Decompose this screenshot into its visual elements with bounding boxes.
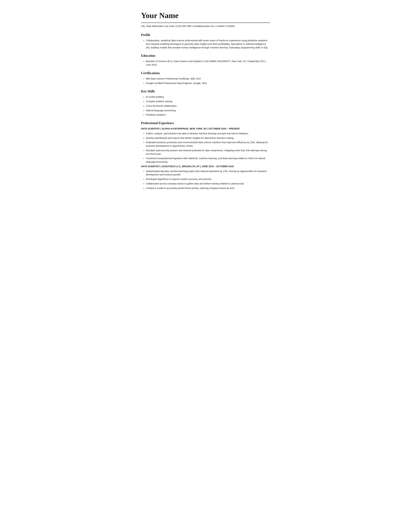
title-divider: [141, 23, 270, 23]
list-item: Google Certified Professional Data Engin…: [146, 82, 270, 85]
certifications-title: Certifications: [141, 71, 270, 76]
list-item: Spearheaded big data machine learning pr…: [146, 170, 270, 177]
list-item: Developed algorithms to improve system a…: [146, 178, 270, 181]
page-title: Your Name: [141, 10, 270, 21]
list-item: Elevated cybersecurity posture and reduc…: [146, 149, 270, 156]
key-skills-title: Key Skills: [141, 89, 270, 94]
job-2-list: Spearheaded big data machine learning pr…: [141, 170, 270, 190]
professional-experience-title: Professional Experience: [141, 121, 270, 125]
key-skills-section: Key Skills AI model building Complex pro…: [141, 89, 270, 117]
job-1-list: Collect, analyze, and interpret raw data…: [141, 132, 270, 164]
job-entry-1: DATA SCIENTIST | ALPHA AI ENTERPRISE, NE…: [141, 127, 270, 164]
list-item: Predictive analytics: [146, 113, 270, 117]
job-entry-2: DATA SCIENTIST | GOGOTECH LLC, BROOKLYN,…: [141, 165, 270, 190]
list-item: IBM Data Science Professional Certificat…: [146, 77, 270, 81]
list-item: Collaborative, analytical data science p…: [146, 39, 270, 49]
professional-experience-section: Professional Experience DATA SCIENTIST |…: [141, 121, 270, 190]
list-item: AI model building: [146, 95, 270, 99]
certifications-section: Certifications IBM Data Science Professi…: [141, 71, 270, 85]
profile-title: Profile: [141, 32, 270, 37]
education-title: Education: [141, 53, 270, 58]
key-skills-list: AI model building Complex problem-solvin…: [141, 95, 270, 117]
list-item: Collaborated across company teams to gat…: [146, 182, 270, 186]
list-item: Natural language processing: [146, 109, 270, 112]
profile-section: Profile Collaborative, analytical data s…: [141, 32, 270, 49]
certifications-list: IBM Data Science Professional Certificat…: [141, 77, 270, 85]
list-item: Combined computational linguistics with …: [146, 157, 270, 164]
profile-list: Collaborative, analytical data science p…: [141, 39, 270, 49]
list-item: Cross-functional collaboration: [146, 104, 270, 108]
list-item: Collect, analyze, and interpret raw data…: [146, 132, 270, 135]
education-list: Bachelor of Science (B.S.) Data Science …: [141, 60, 270, 67]
list-item: Evaluated business processes and recomme…: [146, 141, 270, 148]
list-item: Complex problem-solving: [146, 100, 270, 103]
job-title-1: DATA SCIENTIST | ALPHA AI ENTERPRISE, NE…: [141, 127, 270, 131]
list-item: Created a model to accurately predict fr…: [146, 187, 270, 190]
education-section: Education Bachelor of Science (B.S.) Dat…: [141, 53, 270, 67]
list-item: Develop dashboards and reports that deli…: [146, 136, 270, 140]
list-item: Bachelor of Science (B.S.) Data Science …: [146, 60, 270, 67]
job-title-2: DATA SCIENTIST | GOGOTECH LLC, BROOKLYN,…: [141, 165, 270, 168]
contact-info: City, State Abbreviation Zip Code | (123…: [141, 25, 270, 28]
